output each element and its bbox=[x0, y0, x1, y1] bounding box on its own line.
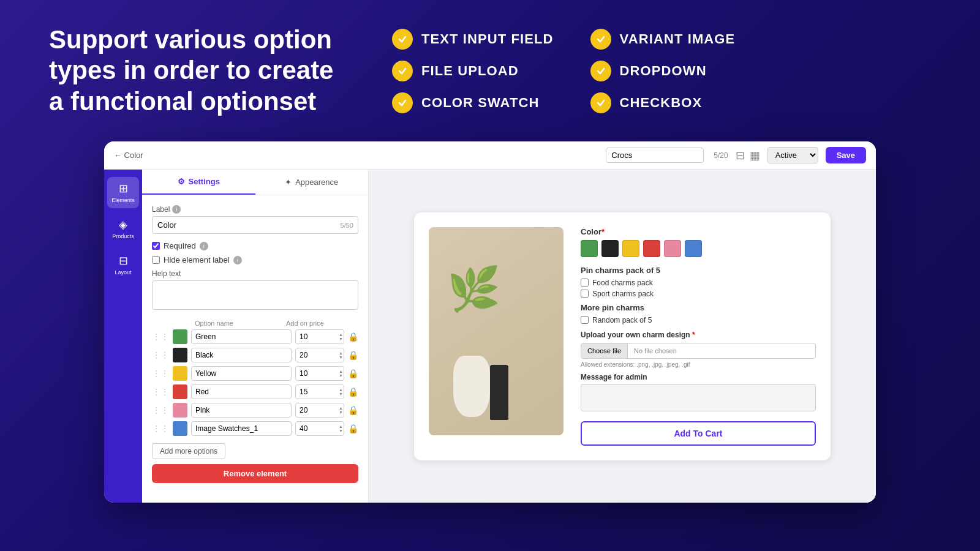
features-grid: TEXT INPUT FIELD VARIANT IMAGE FILE UPLO… bbox=[392, 29, 752, 113]
sidebar-item-products[interactable]: ◈ Products bbox=[107, 213, 139, 244]
lock-icon-black[interactable]: 🔒 bbox=[348, 350, 358, 360]
option-name-black[interactable] bbox=[191, 348, 292, 362]
drag-handle[interactable]: ⋮⋮ bbox=[152, 332, 169, 342]
swatch-blue bbox=[173, 421, 187, 436]
status-select[interactable]: Active Inactive bbox=[767, 147, 818, 163]
option-name-red[interactable] bbox=[191, 384, 292, 399]
price-input-green[interactable] bbox=[295, 329, 344, 344]
sidebar-item-elements[interactable]: ⊞ Elements bbox=[107, 177, 139, 208]
price-down-yellow[interactable]: ▼ bbox=[339, 373, 343, 378]
swatch-preview-pink[interactable] bbox=[664, 240, 681, 257]
option-row-yellow: ⋮⋮ ▲▼ 🔒 bbox=[152, 366, 358, 381]
drag-handle[interactable]: ⋮⋮ bbox=[152, 369, 169, 378]
product-details: Color* Pin charms pack of 5 bbox=[581, 227, 816, 446]
swatch-black bbox=[173, 348, 187, 362]
feature-text-input: TEXT INPUT FIELD bbox=[392, 29, 554, 50]
price-up-blue[interactable]: ▲ bbox=[339, 424, 343, 429]
tab-settings[interactable]: ⚙ Settings bbox=[142, 170, 255, 195]
options-header: Option name Add on price bbox=[152, 320, 358, 327]
feature-label-variant-image: VARIANT IMAGE bbox=[620, 31, 736, 47]
product-name-input[interactable] bbox=[606, 148, 704, 163]
color-swatches bbox=[581, 240, 816, 257]
option-row-pink: ⋮⋮ ▲▼ 🔒 bbox=[152, 403, 358, 418]
price-input-red[interactable] bbox=[295, 384, 344, 399]
price-up-red[interactable]: ▲ bbox=[339, 388, 343, 392]
tablet-icon[interactable]: ⊟ bbox=[736, 149, 745, 162]
label-input[interactable] bbox=[152, 216, 358, 234]
price-down-blue[interactable]: ▼ bbox=[339, 429, 343, 433]
price-up-yellow[interactable]: ▲ bbox=[339, 369, 343, 373]
food-charms-checkbox[interactable] bbox=[581, 279, 589, 287]
lock-icon-red[interactable]: 🔒 bbox=[348, 387, 358, 397]
price-input-black[interactable] bbox=[295, 348, 344, 362]
random-pack-checkbox[interactable] bbox=[581, 316, 589, 324]
allowed-extensions: Allowed extensions: .png, .jpg, .jpeg, .… bbox=[581, 361, 816, 368]
option-name-blue[interactable] bbox=[191, 421, 292, 436]
message-textarea[interactable] bbox=[581, 384, 816, 411]
feature-label-checkbox: CHECKBOX bbox=[620, 95, 703, 111]
lock-icon-green[interactable]: 🔒 bbox=[348, 332, 358, 342]
option-name-green[interactable] bbox=[191, 329, 292, 344]
price-down-pink[interactable]: ▼ bbox=[339, 410, 343, 414]
drag-handle[interactable]: ⋮⋮ bbox=[152, 405, 169, 415]
check-icon-file-upload bbox=[392, 61, 413, 81]
hide-label-checkbox[interactable] bbox=[152, 256, 160, 264]
back-button[interactable]: ← Color bbox=[114, 151, 143, 160]
save-button[interactable]: Save bbox=[826, 147, 866, 163]
price-input-yellow[interactable] bbox=[295, 366, 344, 381]
add-more-button[interactable]: Add more options bbox=[152, 443, 225, 459]
sport-charms-label: Sport charms pack bbox=[592, 290, 654, 298]
drag-handle[interactable]: ⋮⋮ bbox=[152, 350, 169, 360]
palm-decoration: 🌿 bbox=[447, 264, 500, 314]
price-up-black[interactable]: ▲ bbox=[339, 351, 343, 355]
price-input-pink[interactable] bbox=[295, 403, 344, 418]
swatch-pink bbox=[173, 403, 187, 418]
price-input-blue[interactable] bbox=[295, 421, 344, 436]
main-content: ⊞ Elements ◈ Products ⊟ Layout ⚙ bbox=[104, 170, 876, 503]
swatch-preview-black[interactable] bbox=[601, 240, 619, 257]
swatch-preview-yellow[interactable] bbox=[622, 240, 639, 257]
sport-charms-checkbox[interactable] bbox=[581, 290, 589, 298]
desktop-icon[interactable]: ▦ bbox=[750, 149, 760, 162]
drag-handle[interactable]: ⋮⋮ bbox=[152, 387, 169, 397]
swatch-preview-blue[interactable] bbox=[685, 240, 702, 257]
swatch-preview-red[interactable] bbox=[643, 240, 660, 257]
product-image: 🌿 bbox=[429, 227, 564, 435]
price-down-green[interactable]: ▼ bbox=[339, 337, 343, 341]
option-name-yellow[interactable] bbox=[191, 366, 292, 381]
add-to-cart-button[interactable]: Add To Cart bbox=[581, 421, 816, 446]
price-down-red[interactable]: ▼ bbox=[339, 392, 343, 396]
required-label: Required bbox=[164, 241, 196, 250]
elements-icon: ⊞ bbox=[119, 182, 128, 195]
lock-icon-blue[interactable]: 🔒 bbox=[348, 424, 358, 433]
preview-card: 🌿 Color* bbox=[414, 212, 831, 460]
label-input-wrap: 5/50 bbox=[152, 216, 358, 234]
options-table: Option name Add on price ⋮⋮ ▲▼ bbox=[152, 320, 358, 436]
app-section: ← Color 5/20 ⊟ ▦ Active Inactive Save ⊞ … bbox=[0, 141, 980, 503]
checkbox-sport-charms: Sport charms pack bbox=[581, 290, 816, 298]
panel-body: Label i 5/50 Required i bbox=[142, 195, 368, 503]
feature-color-swatch: COLOR SWATCH bbox=[392, 92, 554, 113]
lock-icon-pink[interactable]: 🔒 bbox=[348, 405, 358, 415]
remove-element-button[interactable]: Remove element bbox=[152, 464, 358, 483]
price-up-pink[interactable]: ▲ bbox=[339, 406, 343, 410]
sidebar-item-layout[interactable]: ⊟ Layout bbox=[107, 249, 139, 280]
sidebar: ⊞ Elements ◈ Products ⊟ Layout bbox=[104, 170, 142, 503]
file-upload-row: Choose file No file chosen bbox=[581, 343, 816, 359]
option-name-pink[interactable] bbox=[191, 403, 292, 418]
help-text-label: Help text bbox=[152, 269, 358, 278]
choose-file-button[interactable]: Choose file bbox=[581, 343, 628, 358]
swatch-yellow bbox=[173, 366, 187, 381]
option-row-blue: ⋮⋮ ▲▼ 🔒 bbox=[152, 421, 358, 436]
required-checkbox[interactable] bbox=[152, 242, 160, 250]
price-up-green[interactable]: ▲ bbox=[339, 332, 343, 337]
drag-handle[interactable]: ⋮⋮ bbox=[152, 424, 169, 433]
price-down-black[interactable]: ▼ bbox=[339, 355, 343, 359]
checkbox-food-charms: Food charms pack bbox=[581, 279, 816, 287]
help-text-input[interactable] bbox=[152, 280, 358, 310]
price-wrap-yellow: ▲▼ bbox=[295, 366, 344, 381]
swatch-preview-green[interactable] bbox=[581, 240, 598, 257]
lock-icon-yellow[interactable]: 🔒 bbox=[348, 369, 358, 378]
pin-charms-title: Pin charms pack of 5 bbox=[581, 266, 816, 275]
tab-appearance[interactable]: ✦ Appearence bbox=[255, 170, 369, 195]
